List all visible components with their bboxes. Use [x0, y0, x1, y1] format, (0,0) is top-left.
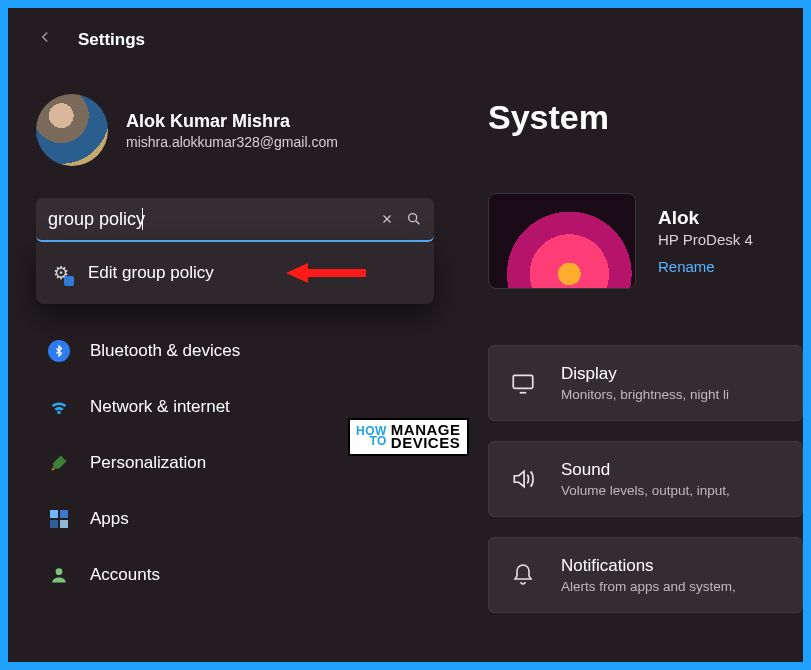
- back-icon[interactable]: [36, 28, 54, 51]
- person-icon: [48, 564, 70, 586]
- rename-link[interactable]: Rename: [658, 258, 715, 275]
- tile-sound[interactable]: Sound Volume levels, output, input,: [488, 441, 803, 517]
- sidebar-item-label: Network & internet: [90, 397, 230, 417]
- device-thumbnail: [488, 193, 636, 289]
- search-text[interactable]: group policy: [48, 208, 143, 230]
- sidebar-item-accounts[interactable]: Accounts: [36, 554, 416, 596]
- tile-subtitle: Volume levels, output, input,: [561, 483, 730, 498]
- search-box[interactable]: group policy: [36, 198, 434, 242]
- search-result-label: Edit group policy: [88, 263, 214, 283]
- tile-title: Display: [561, 364, 729, 384]
- annotation-arrow: [286, 263, 366, 283]
- device-name: Alok: [658, 207, 753, 229]
- wifi-icon: [48, 396, 70, 418]
- bell-icon: [509, 563, 537, 587]
- bluetooth-icon: [48, 340, 70, 362]
- tile-title: Notifications: [561, 556, 736, 576]
- sidebar-item-label: Bluetooth & devices: [90, 341, 240, 361]
- sidebar-item-label: Accounts: [90, 565, 160, 585]
- device-info: Alok HP ProDesk 4 Rename: [488, 193, 803, 289]
- gpedit-icon: ⚙: [50, 262, 72, 284]
- sidebar-item-apps[interactable]: Apps: [36, 498, 416, 540]
- search-wrap: group policy ⚙ Edit group: [36, 198, 434, 242]
- clear-icon[interactable]: [380, 212, 394, 226]
- brush-icon: [48, 452, 70, 474]
- text-caret: [142, 208, 143, 230]
- svg-point-1: [56, 568, 63, 575]
- page-title: System: [488, 98, 803, 137]
- main-content: System Alok HP ProDesk 4 Rename Display …: [488, 98, 803, 633]
- sidebar: Alok Kumar Mishra mishra.alokkumar328@gm…: [36, 94, 446, 596]
- tile-subtitle: Monitors, brightness, night li: [561, 387, 729, 402]
- search-results-dropdown: ⚙ Edit group policy: [36, 242, 434, 304]
- search-result-edit-group-policy[interactable]: ⚙ Edit group policy: [36, 248, 434, 298]
- svg-rect-2: [513, 375, 533, 388]
- tile-title: Sound: [561, 460, 730, 480]
- settings-window: Settings Alok Kumar Mishra mishra.alokku…: [8, 8, 803, 662]
- sidebar-item-label: Apps: [90, 509, 129, 529]
- apps-icon: [48, 508, 70, 530]
- display-icon: [509, 370, 537, 396]
- svg-point-0: [409, 214, 417, 222]
- avatar: [36, 94, 108, 166]
- sidebar-item-label: Personalization: [90, 453, 206, 473]
- tile-notifications[interactable]: Notifications Alerts from apps and syste…: [488, 537, 803, 613]
- watermark-logo: HOWTO MANAGEDEVICES: [348, 418, 469, 456]
- user-account-block[interactable]: Alok Kumar Mishra mishra.alokkumar328@gm…: [36, 94, 446, 166]
- sound-icon: [509, 466, 537, 492]
- tile-display[interactable]: Display Monitors, brightness, night li: [488, 345, 803, 421]
- window-header: Settings: [8, 8, 803, 61]
- sidebar-nav: Bluetooth & devices Network & internet P…: [36, 330, 446, 596]
- sidebar-item-bluetooth[interactable]: Bluetooth & devices: [36, 330, 416, 372]
- device-model: HP ProDesk 4: [658, 231, 753, 248]
- tile-subtitle: Alerts from apps and system,: [561, 579, 736, 594]
- search-icon[interactable]: [406, 211, 422, 227]
- user-name: Alok Kumar Mishra: [126, 111, 338, 132]
- user-email: mishra.alokkumar328@gmail.com: [126, 134, 338, 150]
- window-title: Settings: [78, 30, 145, 50]
